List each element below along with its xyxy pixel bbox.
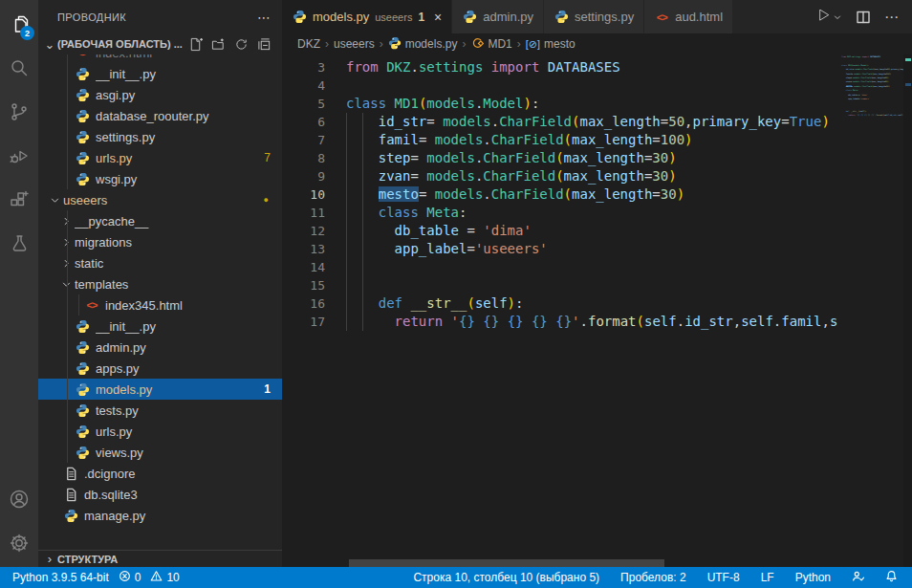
refresh-icon[interactable]: [232, 35, 250, 53]
tree-item[interactable]: <>index.html: [38, 54, 282, 63]
code-line[interactable]: 10 mesto= models.CharField(max_length=30…: [282, 185, 839, 204]
file-item-urls-py[interactable]: urls.py: [38, 421, 282, 442]
code-line[interactable]: 5class MD1(models.Model):: [282, 95, 839, 113]
split-editor-icon[interactable]: [856, 10, 871, 25]
code-line[interactable]: 4: [282, 76, 839, 95]
status-problems[interactable]: 010: [116, 567, 183, 588]
status-interpreter[interactable]: Python 3.9.5 64-bit: [10, 567, 112, 588]
code-line[interactable]: 17 return '{} {} {} {} {}'.format(self.i…: [282, 313, 839, 331]
file-item-database-roouter-py[interactable]: database_roouter.py: [38, 105, 282, 126]
run-button[interactable]: [815, 10, 842, 25]
testing-icon[interactable]: [0, 222, 38, 266]
code-line[interactable]: 8 step= models.CharField(max_length=30): [282, 149, 839, 167]
line-number[interactable]: 13: [282, 240, 325, 258]
outline-section-header[interactable]: › СТРУКТУРА: [38, 550, 282, 567]
file-item-urls-py[interactable]: urls.py7: [38, 147, 282, 168]
folder-item-useeers[interactable]: useeers●: [38, 189, 282, 210]
tab-admin-py[interactable]: admin.py: [452, 0, 544, 33]
new-file-icon[interactable]: [186, 35, 204, 53]
python-icon: [75, 318, 90, 334]
folder-item-migrations[interactable]: migrations: [38, 231, 282, 252]
code-line[interactable]: 9 zvan= models.CharField(max_length=30): [282, 167, 839, 185]
python-icon: [63, 508, 78, 523]
breadcrumb-item-models-py[interactable]: models.py: [388, 36, 458, 53]
source-control-icon[interactable]: [0, 90, 38, 134]
folder-item-static[interactable]: static: [38, 252, 282, 273]
status-encoding[interactable]: UTF-8: [705, 567, 743, 588]
explorer-icon[interactable]: 2: [0, 2, 38, 46]
status-notifications[interactable]: [882, 567, 901, 588]
line-number[interactable]: 4: [282, 76, 325, 95]
chevron-right-icon: [61, 216, 75, 227]
status-language-mode[interactable]: Python: [793, 567, 834, 588]
line-number[interactable]: 6: [282, 113, 325, 131]
code-editor[interactable]: 3from DKZ.settings import DATABASES45cla…: [282, 54, 839, 567]
file-item--dcignore[interactable]: .dcignore: [38, 463, 282, 484]
code-line[interactable]: 16 def __str__(self):: [282, 294, 839, 313]
code-line[interactable]: 12 db_table = 'dima': [282, 222, 839, 240]
line-number[interactable]: 5: [282, 95, 325, 113]
horizontal-scrollbar[interactable]: [349, 559, 664, 567]
settings-icon[interactable]: [0, 521, 38, 565]
line-number[interactable]: 3: [282, 58, 325, 76]
file-item-views-py[interactable]: views.py: [38, 442, 282, 463]
file-item-tests-py[interactable]: tests.py: [38, 400, 282, 421]
file-item-asgi-py[interactable]: asgi.py: [38, 84, 282, 105]
file-item-wsgi-py[interactable]: wsgi.py: [38, 168, 282, 189]
line-number[interactable]: 7: [282, 131, 325, 149]
new-folder-icon[interactable]: [209, 35, 227, 53]
code-line[interactable]: 15: [282, 276, 839, 294]
breadcrumb-item-mesto[interactable]: [⊘]mesto: [526, 37, 575, 51]
code-line[interactable]: 11 class Meta:: [282, 204, 839, 222]
status-indentation[interactable]: Пробелов: 2: [618, 567, 689, 588]
breadcrumb-item-dkz[interactable]: DKZ: [297, 37, 320, 51]
line-number[interactable]: 9: [282, 167, 325, 185]
line-number[interactable]: 17: [282, 313, 325, 331]
code-line[interactable]: 6 id_str= models.CharField(max_length=50…: [282, 113, 839, 131]
file-item-apps-py[interactable]: apps.py: [38, 358, 282, 379]
file-item-index345-html[interactable]: <>index345.html: [38, 294, 282, 316]
line-number[interactable]: 11: [282, 204, 325, 222]
status-eol[interactable]: LF: [758, 567, 777, 588]
close-icon[interactable]: ×: [434, 10, 442, 25]
file-item-models-py[interactable]: models.py1: [38, 379, 282, 400]
code-line[interactable]: 3from DKZ.settings import DATABASES: [282, 58, 839, 76]
collapse-all-icon[interactable]: [255, 35, 272, 53]
file-icon: [63, 466, 78, 481]
line-number[interactable]: 8: [282, 149, 325, 167]
file-label: database_roouter.py: [96, 109, 282, 123]
line-number[interactable]: 16: [282, 294, 325, 313]
breadcrumb-item-md1[interactable]: MD1: [470, 36, 511, 53]
vertical-scrollbar[interactable]: [903, 54, 912, 567]
breadcrumb-item-useeers[interactable]: useeers: [334, 37, 375, 51]
file-item-db-sqlite3[interactable]: db.sqlite3: [38, 484, 282, 505]
run-debug-icon[interactable]: [0, 134, 38, 178]
tab-models-py[interactable]: models.pyuseeers1×: [282, 0, 452, 33]
more-actions-icon[interactable]: ⋯: [257, 10, 271, 25]
file-item-settings-py[interactable]: settings.py: [38, 126, 282, 147]
line-number[interactable]: 14: [282, 258, 325, 276]
file-item--init-py[interactable]: __init__.py: [38, 316, 282, 337]
status-label: 10: [166, 571, 179, 584]
line-number[interactable]: 10: [282, 185, 325, 204]
search-icon[interactable]: [0, 46, 38, 90]
extensions-icon[interactable]: [0, 178, 38, 222]
folder-item-templates[interactable]: templates: [38, 273, 282, 294]
file-item-admin-py[interactable]: admin.py: [38, 337, 282, 358]
tab-settings-py[interactable]: settings.py: [544, 0, 644, 33]
code-line[interactable]: 14: [282, 258, 839, 276]
file-item--init-py[interactable]: __init__.py: [38, 63, 282, 84]
code-line[interactable]: 7 famil= models.CharField(max_length=100…: [282, 131, 839, 149]
file-item-manage-py[interactable]: manage.py: [38, 505, 282, 526]
more-actions-icon[interactable]: ⋯: [884, 9, 899, 26]
line-number[interactable]: 12: [282, 222, 325, 240]
account-icon[interactable]: [0, 477, 38, 521]
code-line[interactable]: 13 app_label='useeers': [282, 240, 839, 258]
status-feedback[interactable]: [849, 567, 867, 588]
tab-aud-html[interactable]: <>aud.html: [644, 0, 733, 33]
line-number[interactable]: 15: [282, 276, 325, 294]
folder-item--pycache-[interactable]: __pycache__: [38, 210, 282, 231]
minimap[interactable]: from DKZ.settings import DATABASESclass …: [839, 54, 903, 567]
workspace-section-header[interactable]: ⌄ (РАБОЧАЯ ОБЛАСТЬ) ...: [38, 33, 282, 54]
status-cursor-position[interactable]: Строка 10, столбец 10 (выбрано 5): [410, 567, 602, 588]
